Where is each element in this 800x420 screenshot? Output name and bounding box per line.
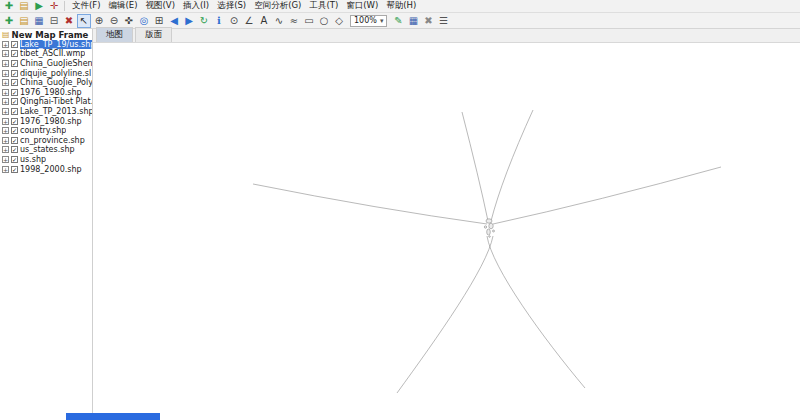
zoom-out-icon[interactable]: ⊖ — [107, 14, 121, 28]
expander-icon[interactable]: + — [2, 127, 9, 134]
layer-checkbox[interactable]: ✓ — [11, 166, 18, 173]
expander-icon[interactable]: + — [2, 166, 9, 173]
layer-checkbox[interactable]: ✓ — [11, 108, 18, 115]
toc-layer-item[interactable]: + ✓ 1976_1980.shp — [0, 116, 92, 126]
save-icon[interactable]: ▦ — [32, 14, 46, 28]
expander-icon[interactable]: + — [2, 108, 9, 115]
expander-icon[interactable]: + — [2, 50, 9, 57]
layer-checkbox[interactable]: ✓ — [11, 89, 18, 96]
layer-label: cn_province.shp — [20, 136, 85, 145]
toc-layer-item[interactable]: + ✓ cn_province.shp — [0, 136, 92, 146]
print-icon[interactable]: ⊟ — [47, 14, 61, 28]
circle-tool-icon[interactable]: ○ — [317, 14, 331, 28]
toc-layer-item[interactable]: + ✓ China_GuoJieShen... — [0, 59, 92, 69]
expander-icon[interactable]: + — [2, 118, 9, 125]
expander-icon[interactable]: + — [2, 89, 9, 96]
toc-layer-item[interactable]: + ✓ Lake_TP_19/us.shp — [0, 40, 92, 50]
layers-panel: ▤ New Map Frame + ✓ Lake_TP_19/us.shp + … — [0, 29, 93, 420]
layer-checkbox[interactable]: ✓ — [11, 60, 18, 67]
zoom-in-icon[interactable]: ⊕ — [92, 14, 106, 28]
expander-icon[interactable]: + — [2, 79, 9, 86]
toc-layer-item[interactable]: + ✓ us.shp — [0, 155, 92, 165]
layer-checkbox[interactable]: ✓ — [11, 156, 18, 163]
forward-extent-icon[interactable]: ▶ — [182, 14, 196, 28]
menu-item[interactable]: 帮助(H) — [382, 0, 420, 12]
toc-layer-item[interactable]: + ✓ Lake_TP_2013.shp — [0, 107, 92, 117]
rectangle-tool-icon[interactable]: ▭ — [302, 14, 316, 28]
run-icon[interactable]: ▶ — [32, 0, 46, 13]
layer-label: China_GuoJieShen... — [20, 59, 92, 68]
map-frame-icon: ▤ — [2, 30, 10, 39]
expander-icon[interactable]: + — [2, 41, 9, 48]
save-edits-icon[interactable]: ▦ — [406, 14, 420, 28]
select-tool-icon[interactable]: ↖ — [77, 14, 91, 28]
toc-layer-item[interactable]: + ✓ tibet_ASCII.wmp — [0, 49, 92, 59]
expander-icon[interactable]: + — [2, 70, 9, 77]
toc-layer-item[interactable]: + ✓ us_states.shp — [0, 145, 92, 155]
toc-layer-item[interactable]: + ✓ Qinghai-Tibet Plat... — [0, 97, 92, 107]
toc-layer-item[interactable]: + ✓ diqujie_polyline.sl — [0, 68, 92, 78]
open-map-icon[interactable]: ▤ — [17, 14, 31, 28]
quick-access-toolbar: ✚▤▶✛ — [2, 0, 61, 13]
expander-icon[interactable]: + — [2, 98, 9, 105]
layer-checkbox[interactable]: ✓ — [11, 118, 18, 125]
map-lines — [93, 43, 800, 420]
layer-label: country.shp — [20, 126, 66, 135]
close-icon[interactable]: ✖ — [421, 14, 435, 28]
menu-item[interactable]: 窗口(W) — [342, 0, 382, 12]
measure-icon[interactable]: ∠ — [242, 14, 256, 28]
menu-item[interactable]: 工具(T) — [305, 0, 342, 12]
add-frame-icon[interactable]: ✚ — [2, 0, 16, 13]
layer-label: 1998_2000.shp — [20, 165, 82, 174]
expander-icon[interactable]: + — [2, 156, 9, 163]
layer-checkbox[interactable]: ✓ — [11, 137, 18, 144]
layer-label: Qinghai-Tibet Plat... — [20, 97, 92, 106]
layer-checkbox[interactable]: ✓ — [11, 98, 18, 105]
taskbar-fragment — [66, 413, 160, 420]
expander-icon[interactable]: + — [2, 60, 9, 67]
open-project-icon[interactable]: ▤ — [17, 0, 31, 13]
zoom-level-select[interactable]: 100% ▾ — [350, 15, 387, 27]
back-extent-icon[interactable]: ◀ — [167, 14, 181, 28]
layer-checkbox[interactable]: ✓ — [11, 79, 18, 86]
menu-item[interactable]: 选择(S) — [213, 0, 250, 12]
full-extent-icon[interactable]: ◎ — [137, 14, 151, 28]
expander-icon[interactable]: + — [2, 146, 9, 153]
find-icon[interactable]: ⊙ — [227, 14, 241, 28]
curve-tool-icon[interactable]: ≈ — [287, 14, 301, 28]
toolbar-right-group: ✎▦✖☰ — [391, 14, 450, 28]
menu-item[interactable]: 编辑(E) — [105, 0, 142, 12]
delete-icon[interactable]: ✖ — [62, 14, 76, 28]
toc-layer-item[interactable]: + ✓ country.shp — [0, 126, 92, 136]
line-tool-icon[interactable]: ∿ — [272, 14, 286, 28]
toc-root-item[interactable]: ▤ New Map Frame — [0, 30, 92, 40]
menu-items: 文件(F)编辑(E)视图(V)插入(I)选择(S)空间分析(G)工具(T)窗口(… — [68, 0, 420, 12]
layer-checkbox[interactable]: ✓ — [11, 127, 18, 134]
sketch-pencil-icon[interactable]: ✎ — [391, 14, 405, 28]
layer-checkbox[interactable]: ✓ — [11, 70, 18, 77]
tab-map[interactable]: 地图 — [96, 27, 133, 42]
new-item-icon[interactable]: ✛ — [47, 0, 61, 13]
toc-layer-item[interactable]: + ✓ China_GuoJie_Poly... — [0, 78, 92, 88]
menu-bar: ✚▤▶✛ 文件(F)编辑(E)视图(V)插入(I)选择(S)空间分析(G)工具(… — [0, 0, 800, 13]
list-menu-icon[interactable]: ☰ — [436, 14, 450, 28]
expander-icon[interactable]: + — [2, 137, 9, 144]
polygon-tool-icon[interactable]: ◇ — [332, 14, 346, 28]
text-tool-icon[interactable]: A — [257, 14, 271, 28]
layer-checkbox[interactable]: ✓ — [11, 146, 18, 153]
menu-item[interactable]: 空间分析(G) — [250, 0, 305, 12]
menu-item[interactable]: 文件(F) — [68, 0, 105, 12]
pan-icon[interactable]: ✜ — [122, 14, 136, 28]
refresh-icon[interactable]: ↻ — [197, 14, 211, 28]
layer-checkbox[interactable]: ✓ — [11, 50, 18, 57]
fixed-zoom-icon[interactable]: ⊞ — [152, 14, 166, 28]
layer-checkbox[interactable]: ✓ — [11, 41, 18, 48]
identify-icon[interactable]: ℹ — [212, 14, 226, 28]
menu-item[interactable]: 插入(I) — [179, 0, 213, 12]
map-canvas[interactable] — [93, 43, 800, 420]
tab-layout[interactable]: 版面 — [135, 27, 172, 42]
add-data-icon[interactable]: ✚ — [2, 14, 16, 28]
toc-layer-item[interactable]: + ✓ 1976_1980.shp — [0, 88, 92, 98]
toc-layer-item[interactable]: + ✓ 1998_2000.shp — [0, 164, 92, 174]
menu-item[interactable]: 视图(V) — [142, 0, 179, 12]
